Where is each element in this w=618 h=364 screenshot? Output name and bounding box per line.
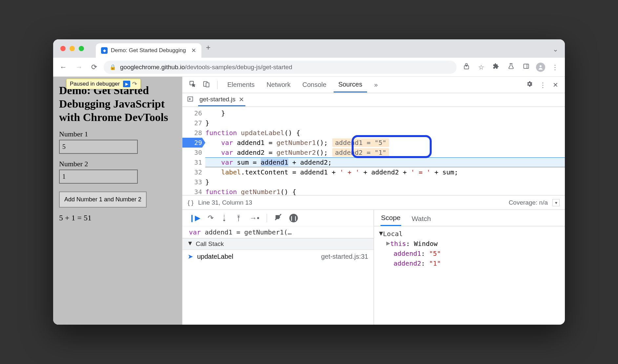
scope-local-header[interactable]: ▼Local <box>379 229 560 239</box>
scope-body: ▼Local ▶this: Window addend1: "5" addend… <box>374 226 565 271</box>
tab-favicon: ◆ <box>101 47 108 54</box>
tab-watch[interactable]: Watch <box>411 212 432 226</box>
labs-icon[interactable] <box>506 61 516 73</box>
extensions-icon[interactable] <box>491 61 501 73</box>
paused-label: Paused in debugger <box>70 81 120 87</box>
code-body[interactable]: } } function updateLabel() { var addend1… <box>205 107 565 195</box>
scope-row[interactable]: addend2: "1" <box>379 258 560 268</box>
pause-on-exceptions-icon[interactable]: ❙❙ <box>289 214 298 222</box>
devtools-tab-bar: Elements Network Console Sources » ⋮ ✕ <box>182 77 565 93</box>
code-line: function updateLabel() { <box>205 128 565 138</box>
add-button[interactable]: Add Number 1 and Number 2 <box>59 192 147 208</box>
address-bar[interactable]: 🔒 googlechrome.github.io/devtools-sample… <box>104 61 457 74</box>
forward-button[interactable]: → <box>73 61 85 73</box>
step-into-icon[interactable]: ⭭ <box>221 214 228 222</box>
navigator-toggle-icon[interactable] <box>187 96 194 104</box>
tab-console[interactable]: Console <box>298 78 331 92</box>
frame-location: get-started.js:31 <box>321 253 368 260</box>
reload-button[interactable]: ⟳ <box>89 61 99 73</box>
scope-row[interactable]: ▶this: Window <box>379 239 560 249</box>
step-out-icon[interactable]: ⭱ <box>235 214 242 222</box>
code-line: var addend2 = getNumber2();addend2 = "1" <box>205 148 565 157</box>
file-tab[interactable]: get-started.js ✕ <box>198 94 245 106</box>
code-line: var addend1 = getNumber1();addend1 = "5" <box>205 138 565 148</box>
code-line: } <box>205 177 565 187</box>
cursor-position: Line 31, Column 13 <box>198 199 252 206</box>
new-tab-button[interactable]: + <box>206 43 211 54</box>
tab-scope[interactable]: Scope <box>381 211 402 226</box>
step-icon[interactable]: →• <box>250 214 259 222</box>
chrome-menu-icon[interactable]: ⋮ <box>550 61 560 73</box>
devtools-panel: Elements Network Console Sources » ⋮ ✕ g… <box>182 77 565 325</box>
close-file-icon[interactable]: ✕ <box>239 96 244 103</box>
resume-button[interactable]: ▶ <box>123 81 130 87</box>
tab-sources[interactable]: Sources <box>334 77 367 92</box>
number2-label: Number 2 <box>59 160 175 168</box>
pretty-print-icon[interactable]: { } <box>188 199 194 206</box>
callstack-header[interactable]: ▼Call Stack <box>182 238 374 250</box>
coverage-toggle-icon[interactable]: ▾ <box>552 199 560 206</box>
tab-more[interactable]: » <box>370 78 382 92</box>
window-controls <box>60 46 84 51</box>
line-gutter[interactable]: 262728 29 3031323334 <box>182 107 205 195</box>
inline-value: addend2 = "1" <box>332 148 389 157</box>
url-path: /devtools-samples/debug-js/get-started <box>185 64 292 71</box>
share-icon[interactable] <box>461 61 472 73</box>
result-text: 5 + 1 = 51 <box>59 213 175 222</box>
inspect-element-icon[interactable] <box>187 78 198 91</box>
debugger-lower-pane: ❙▶ ↷ ⭭ ⭱ →• ❙❙ var addend1 = getNumber1(… <box>182 210 565 325</box>
number1-label: Number 1 <box>59 130 175 138</box>
tabs-dropdown-icon[interactable]: ⌄ <box>553 45 558 53</box>
rendered-page: Paused in debugger ▶ ↷ Demo: Get Started… <box>53 77 182 325</box>
paused-in-debugger-pill: Paused in debugger ▶ ↷ <box>66 79 141 89</box>
inline-value: addend1 = "5" <box>332 138 389 147</box>
scope-tab-bar: Scope Watch <box>374 210 565 226</box>
lock-icon: 🔒 <box>110 64 116 70</box>
scope-row[interactable]: addend1: "5" <box>379 249 560 258</box>
svg-rect-1 <box>524 64 529 68</box>
page-title: Demo: Get Started Debugging JavaScript w… <box>59 84 175 124</box>
profile-avatar[interactable] <box>536 63 545 72</box>
deactivate-breakpoints-icon[interactable] <box>274 213 282 223</box>
content-area: Paused in debugger ▶ ↷ Demo: Get Started… <box>53 77 565 325</box>
step-over-button[interactable]: ↷ <box>132 80 137 88</box>
svg-point-3 <box>540 65 542 67</box>
browser-tab[interactable]: ◆ Demo: Get Started Debugging ✕ <box>96 43 201 58</box>
back-button[interactable]: ← <box>58 61 69 73</box>
source-file-bar: get-started.js ✕ <box>182 93 565 107</box>
code-line: } <box>205 108 565 118</box>
close-tab-icon[interactable]: ✕ <box>191 47 196 54</box>
debugger-toolbar: ❙▶ ↷ ⭭ ⭱ →• ❙❙ <box>182 210 374 226</box>
editor-status-bar: { } Line 31, Column 13 Coverage: n/a ▾ <box>182 195 565 210</box>
code-line: function getNumber1() { <box>205 187 565 195</box>
frame-function: updateLabel <box>197 253 233 260</box>
breakpoint-marker[interactable]: 29 <box>182 138 202 148</box>
side-panel-icon[interactable] <box>521 61 531 73</box>
bookmark-star-icon[interactable]: ☆ <box>476 61 486 73</box>
code-line: } <box>205 118 565 128</box>
tab-strip: ◆ Demo: Get Started Debugging ✕ + ⌄ <box>53 39 565 58</box>
current-frame-icon: ➤ <box>188 253 193 260</box>
file-tab-name: get-started.js <box>199 96 236 103</box>
close-window-button[interactable] <box>60 46 66 51</box>
scope-pane: Scope Watch ▼Local ▶this: Window addend1… <box>374 210 565 325</box>
coverage-label: Coverage: n/a <box>509 199 548 206</box>
minimize-window-button[interactable] <box>70 46 75 51</box>
tab-elements[interactable]: Elements <box>223 78 259 92</box>
number2-input[interactable] <box>59 170 138 184</box>
callstack-frame[interactable]: ➤ updateLabel get-started.js:31 <box>182 250 374 263</box>
resume-icon[interactable]: ❙▶ <box>189 214 200 222</box>
number1-input[interactable] <box>59 140 138 154</box>
close-devtools-icon[interactable]: ✕ <box>551 79 560 91</box>
maximize-window-button[interactable] <box>79 46 84 51</box>
code-editor[interactable]: 262728 29 3031323334 } } function update… <box>182 107 565 195</box>
callstack-pane: ❙▶ ↷ ⭭ ⭱ →• ❙❙ var addend1 = getNumber1(… <box>182 210 374 325</box>
device-toolbar-icon[interactable] <box>201 78 212 91</box>
settings-gear-icon[interactable] <box>524 78 535 91</box>
step-over-icon[interactable]: ↷ <box>208 214 214 222</box>
url-host: googlechrome.github.io <box>120 64 185 71</box>
source-snippet: var addend1 = getNumber1(… <box>182 226 374 238</box>
tab-network[interactable]: Network <box>262 78 295 92</box>
execution-line: var sum = addend1 + addend2; <box>205 157 565 167</box>
devtools-menu-icon[interactable]: ⋮ <box>538 79 548 91</box>
